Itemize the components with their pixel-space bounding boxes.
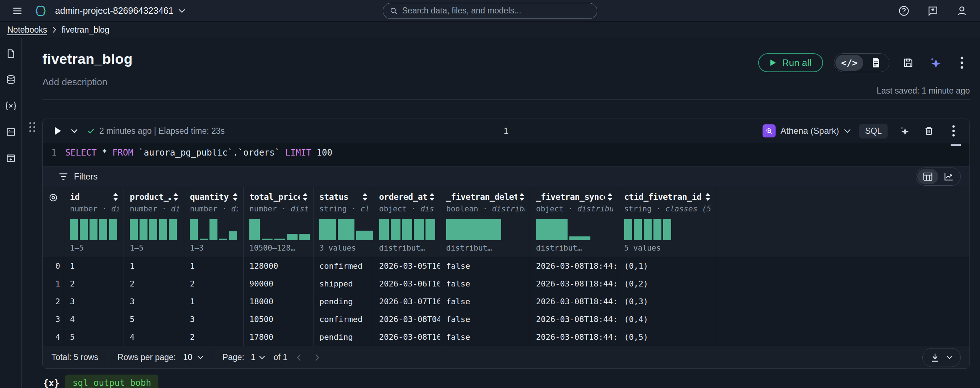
column-range: distribut…	[446, 244, 525, 252]
table-view-segment[interactable]	[917, 169, 938, 184]
header-filler-cell	[716, 187, 969, 257]
filters-button[interactable]: Filters	[59, 171, 97, 182]
view-mode-toggle: </>	[834, 53, 889, 72]
chevron-right-icon	[52, 27, 57, 33]
download-results-button[interactable]	[923, 348, 961, 367]
histogram-bar	[219, 239, 227, 240]
histogram-bar	[274, 239, 285, 240]
variables-icon[interactable]	[3, 98, 19, 113]
run-all-button[interactable]: Run all	[758, 53, 823, 72]
histogram-bar	[200, 239, 208, 240]
sort-icon[interactable]	[705, 193, 711, 201]
collapse-handle[interactable]	[951, 144, 961, 146]
table-cell: (0,1)	[618, 257, 716, 275]
database-icon[interactable]	[3, 72, 19, 88]
column-name: _fivetran_deleted	[446, 192, 517, 201]
panel-icon[interactable]	[3, 125, 19, 140]
play-icon	[770, 59, 776, 66]
run-cell-button[interactable]	[51, 124, 65, 138]
next-page-icon[interactable]	[310, 351, 324, 364]
column-range: 1–5	[130, 244, 179, 252]
row-filler-cell	[716, 310, 969, 328]
cell-kebab-menu-icon[interactable]	[945, 123, 961, 139]
sort-icon[interactable]	[113, 193, 119, 201]
table-cell: 2	[184, 328, 243, 346]
table-cell: (0,2)	[618, 275, 716, 293]
table-cell: 5	[124, 310, 184, 328]
histogram-bar	[446, 219, 501, 240]
delete-cell-icon[interactable]	[921, 123, 937, 139]
kebab-menu-icon[interactable]	[954, 55, 970, 71]
sort-icon[interactable]	[519, 193, 525, 201]
table-cell: shipped	[313, 275, 373, 293]
table-cell: false	[440, 275, 530, 293]
column-name: quantity	[190, 192, 229, 201]
code-editor[interactable]: 1 SELECT * FROM `aurora_pg_public`.`orde…	[43, 143, 969, 166]
table-cell: 2026-03-06T16…	[373, 275, 440, 293]
histogram-bar	[663, 219, 671, 240]
column-range: 10500–128…	[249, 244, 308, 252]
histogram-bar	[80, 219, 88, 240]
code-mode-segment[interactable]: </>	[835, 55, 863, 71]
chart-view-segment[interactable]	[938, 169, 959, 184]
histogram-bar	[99, 219, 107, 240]
histogram-bar	[140, 219, 148, 240]
table-cell: 2026-03-08T18:44:4…	[530, 293, 618, 310]
document-mode-segment[interactable]	[864, 55, 888, 71]
package-icon[interactable]	[3, 150, 19, 166]
row-index: 0	[43, 257, 64, 275]
rows-per-page-select[interactable]: Rows per page: 10	[118, 353, 203, 362]
ai-sparkle-icon[interactable]	[927, 55, 943, 71]
row-filler-cell	[716, 293, 969, 310]
cell-drag-handle[interactable]	[29, 122, 35, 133]
sort-icon[interactable]	[362, 193, 368, 201]
sort-icon[interactable]	[173, 193, 179, 201]
table-cell: 1	[184, 293, 243, 310]
table-cell: 2	[124, 275, 184, 293]
breadcrumb-link-notebooks[interactable]: Notebooks	[7, 25, 47, 35]
histogram-bar	[299, 234, 310, 240]
sort-icon[interactable]	[302, 193, 308, 201]
column-histogram	[536, 219, 590, 240]
histogram-bar	[159, 219, 167, 240]
prev-page-icon[interactable]	[293, 351, 305, 364]
sort-icon[interactable]	[232, 193, 238, 201]
search-input[interactable]	[402, 6, 591, 16]
save-icon[interactable]	[900, 55, 916, 71]
page-select[interactable]: 1	[251, 353, 265, 362]
language-badge[interactable]: SQL	[859, 124, 888, 139]
user-icon[interactable]	[956, 5, 968, 17]
project-selector[interactable]: admin-project-826964323461	[55, 5, 185, 16]
output-variable-tag[interactable]: sql_output_bobh	[65, 375, 158, 388]
column-histogram	[249, 219, 310, 240]
left-sidebar	[0, 38, 22, 388]
table-cell: (0,5)	[618, 328, 716, 346]
sort-icon[interactable]	[607, 193, 613, 201]
kernel-selector[interactable]: Athena (Spark)	[762, 125, 851, 137]
table-cell: 2	[64, 275, 124, 293]
table-cell: 90000	[243, 275, 313, 293]
chevron-down-icon	[197, 355, 203, 359]
breadcrumb-current: fivetran_blog	[62, 25, 110, 35]
table-cell: 3	[184, 310, 243, 328]
global-search[interactable]	[383, 3, 597, 19]
histogram-bar	[319, 219, 336, 240]
table-icon	[923, 172, 932, 181]
eye-icon[interactable]	[49, 193, 58, 202]
file-icon[interactable]	[3, 46, 19, 61]
column-type: string · cla…	[319, 204, 368, 213]
column-header-total_price: total_pricenumber · distr…10500–128…	[243, 187, 313, 257]
column-histogram	[319, 219, 373, 240]
notebook-description-placeholder[interactable]: Add description	[42, 77, 970, 88]
hamburger-menu-icon[interactable]	[10, 4, 25, 18]
table-cell: 2	[184, 275, 243, 293]
help-icon[interactable]	[898, 5, 910, 17]
run-options-chevron-icon[interactable]	[68, 125, 80, 137]
sort-icon[interactable]	[429, 193, 435, 201]
column-header-ctid_fivetran_id: ctid_fivetran_idstring · classes (5)5 va…	[618, 187, 716, 257]
feedback-icon[interactable]	[927, 5, 939, 17]
column-range: distribut…	[536, 244, 613, 252]
histogram-bar	[425, 219, 435, 240]
cell-sparkle-icon[interactable]	[896, 123, 912, 139]
variable-icon: {x}	[43, 378, 59, 388]
